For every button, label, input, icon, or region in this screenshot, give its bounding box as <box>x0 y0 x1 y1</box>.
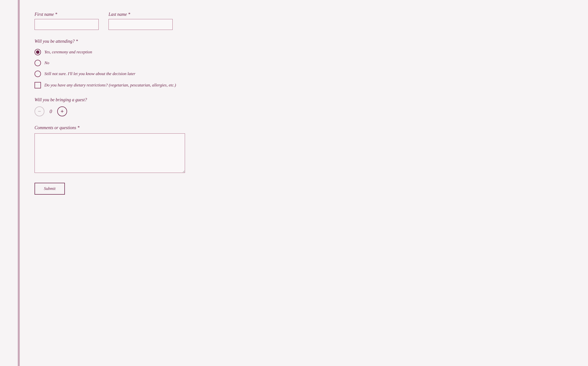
dietary-checkbox[interactable] <box>35 82 41 88</box>
last-name-field: Last name * <box>109 12 173 30</box>
left-accent-bar <box>18 0 20 366</box>
radio-label-unsure: Still not sure. I'll let you know about … <box>44 71 135 76</box>
last-name-input[interactable] <box>109 19 173 30</box>
attending-radio-group: Yes, ceremony and reception No Still not… <box>35 49 227 77</box>
guest-section: Will you be bringing a guest? − 0 + <box>35 97 227 116</box>
radio-item-no[interactable]: No <box>35 60 227 66</box>
radio-label-no: No <box>44 61 49 65</box>
dietary-label: Do you have any dietary restrictions? (v… <box>44 83 176 88</box>
stepper-minus-button[interactable]: − <box>35 106 44 116</box>
guest-stepper: − 0 + <box>35 106 227 116</box>
attending-label: Will you be attending? * <box>35 39 227 44</box>
first-name-field: First name * <box>35 12 99 30</box>
radio-item-unsure[interactable]: Still not sure. I'll let you know about … <box>35 71 227 77</box>
radio-circle-no[interactable] <box>35 60 41 66</box>
form-container: First name * Last name * Will you be att… <box>20 0 242 366</box>
submit-button[interactable]: Submit <box>35 183 65 195</box>
first-name-label: First name * <box>35 12 99 17</box>
dietary-checkbox-item[interactable]: Do you have any dietary restrictions? (v… <box>35 82 227 88</box>
last-name-label: Last name * <box>109 12 173 17</box>
stepper-value: 0 <box>48 109 53 114</box>
comments-section: Comments or questions * <box>35 125 227 174</box>
guest-label: Will you be bringing a guest? <box>35 97 227 102</box>
comments-label: Comments or questions * <box>35 125 227 130</box>
attending-section: Will you be attending? * Yes, ceremony a… <box>35 39 227 88</box>
radio-label-yes: Yes, ceremony and reception <box>44 50 92 55</box>
radio-circle-yes[interactable] <box>35 49 41 55</box>
comments-textarea[interactable] <box>35 133 185 173</box>
name-row: First name * Last name * <box>35 12 227 30</box>
radio-circle-unsure[interactable] <box>35 71 41 77</box>
stepper-plus-button[interactable]: + <box>57 106 67 116</box>
radio-item-yes[interactable]: Yes, ceremony and reception <box>35 49 227 55</box>
first-name-input[interactable] <box>35 19 99 30</box>
